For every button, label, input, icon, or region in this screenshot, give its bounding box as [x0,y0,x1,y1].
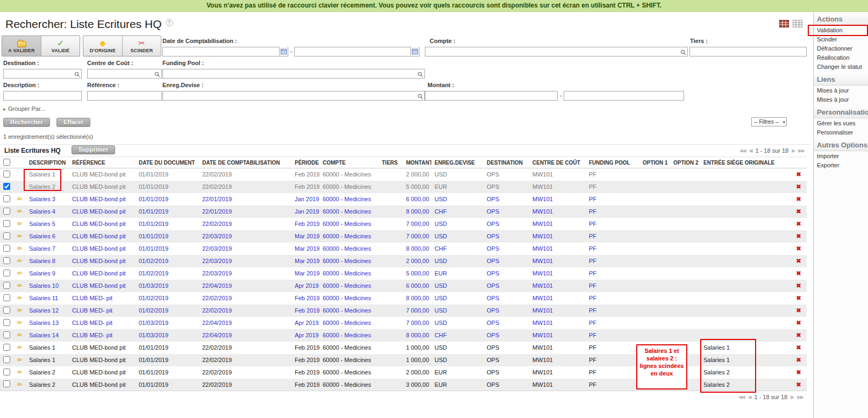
cell-destination[interactable]: OPS [483,317,529,329]
col-header-centre-cout[interactable]: CENTRE DE COÛT [529,157,586,168]
cell-tiers[interactable] [379,280,403,292]
row-checkbox[interactable] [3,369,10,376]
cell-montant[interactable]: 7 000,00 [403,304,431,317]
cell-date-compta[interactable]: 22/04/2019 [199,280,291,292]
cell-description[interactable]: Salaries 8 [26,255,69,267]
cell-tiers[interactable] [379,267,403,280]
cell-montant[interactable]: 7 000,00 [403,317,431,329]
row-checkbox[interactable] [3,195,10,202]
cell-reference[interactable]: CLUB MED- pit [69,329,136,342]
cell-option2[interactable] [670,243,700,255]
delete-row-icon[interactable]: ✖ [796,183,801,190]
cell-periode[interactable]: Feb 2019 [291,304,319,317]
row-checkbox[interactable] [3,307,10,314]
cell-tiers[interactable] [379,329,403,342]
cell-tiers[interactable] [379,230,403,243]
cell-date-compta[interactable]: 22/01/2019 [199,193,291,206]
cell-date-compta[interactable]: 22/03/2019 [199,243,291,255]
cell-option1[interactable] [639,329,670,342]
cell-centre-cout[interactable]: MW101 [529,304,586,317]
cell-periode[interactable]: Jan 2019 [291,193,319,206]
row-checkbox[interactable] [3,257,10,264]
cell-option2[interactable] [670,255,700,267]
delete-row-icon[interactable]: ✖ [796,257,801,265]
cell-funding-pool[interactable]: PF [586,280,639,292]
cell-compte[interactable]: 60000 - Medicines [319,329,379,342]
cell-description[interactable]: Salaries 7 [26,243,69,255]
cell-date-compta[interactable]: 22/01/2019 [199,206,291,218]
cell-option1[interactable] [639,230,670,243]
cell-entree-siege[interactable] [700,280,787,292]
sidebar-item-exporter[interactable]: Exporter [814,160,868,169]
delete-row-icon[interactable]: ✖ [796,294,801,302]
date-compta-from-input[interactable] [162,47,288,56]
list-view-icon[interactable] [779,20,789,27]
cell-date-doc[interactable]: 01/01/2019 [136,206,199,218]
delete-row-icon[interactable]: ✖ [796,344,801,351]
delete-row-icon[interactable]: ✖ [796,171,801,178]
col-header-tiers[interactable]: TIERS [379,157,403,168]
cell-reference[interactable]: CLUB MED- pit [69,317,136,329]
cell-option1[interactable] [639,243,670,255]
row-checkbox[interactable] [3,319,10,326]
cell-funding-pool[interactable]: PF [586,267,639,280]
cell-devise[interactable]: USD [431,193,483,206]
edit-pencil-icon[interactable]: ✏ [17,257,23,265]
cell-description[interactable]: Salaries 5 [26,218,69,230]
cell-description[interactable]: Salaries 4 [26,206,69,218]
cell-description[interactable]: Salaries 10 [26,280,69,292]
cell-devise[interactable]: USD [431,280,483,292]
row-checkbox[interactable] [3,245,10,252]
row-checkbox[interactable] [3,183,10,190]
row-checkbox[interactable] [3,356,10,363]
cell-devise[interactable]: USD [431,292,483,304]
cell-date-compta[interactable]: 22/04/2019 [199,317,291,329]
cell-date-doc[interactable]: 01/01/2019 [136,218,199,230]
rechercher-button[interactable]: Rechercher [3,118,50,127]
supprimer-button[interactable]: Supprimer [72,145,115,154]
cell-centre-cout[interactable]: MW101 [529,255,586,267]
delete-row-icon[interactable]: ✖ [796,307,801,314]
cell-centre-cout[interactable]: MW101 [529,329,586,342]
cell-devise[interactable]: USD [431,218,483,230]
next-page-icon[interactable]: ▶ [791,394,794,400]
cell-tiers[interactable] [379,243,403,255]
cell-entree-siege[interactable] [700,230,787,243]
edit-pencil-icon[interactable]: ✏ [17,220,23,228]
cell-date-compta[interactable]: 22/03/2019 [199,267,291,280]
cell-compte[interactable]: 60000 - Medicines [319,317,379,329]
cell-entree-siege[interactable] [700,243,787,255]
cell-periode[interactable]: Apr 2019 [291,329,319,342]
cell-tiers[interactable] [379,304,403,317]
cell-option2[interactable] [670,317,700,329]
col-header-date-compta[interactable]: DATE DE COMPTABILISATION [199,157,291,168]
cell-option2[interactable] [670,292,700,304]
row-checkbox[interactable] [3,270,10,277]
cell-funding-pool[interactable]: PF [586,218,639,230]
cell-tiers[interactable] [379,317,403,329]
cell-option1[interactable] [639,267,670,280]
edit-pencil-icon[interactable]: ✏ [17,356,23,364]
edit-pencil-icon[interactable]: ✏ [17,195,23,203]
cell-destination[interactable]: OPS [483,193,529,206]
cell-compte[interactable]: 60000 - Medicines [319,230,379,243]
cell-date-compta[interactable]: 22/02/2019 [199,304,291,317]
row-checkbox[interactable] [3,220,10,227]
cell-periode[interactable]: Mar 2019 [291,255,319,267]
cell-entree-siege[interactable] [700,267,787,280]
cell-reference[interactable]: CLUB MED-bond pit [69,243,136,255]
delete-row-icon[interactable]: ✖ [796,319,801,327]
cell-funding-pool[interactable]: PF [586,243,639,255]
cell-date-doc[interactable]: 01/02/2019 [136,292,199,304]
date-compta-to-input[interactable] [294,47,419,56]
cell-compte[interactable]: 60000 - Medicines [319,218,379,230]
cell-option2[interactable] [670,218,700,230]
first-page-icon[interactable]: ◀◀ [739,148,746,153]
select-all-checkbox[interactable] [3,159,10,166]
cell-devise[interactable]: CHF [431,206,483,218]
cell-periode[interactable]: Apr 2019 [291,280,319,292]
sidebar-item-mises-a-jour[interactable]: Mises à jour [814,86,868,95]
cell-montant[interactable]: 5 000,00 [403,267,431,280]
cell-devise[interactable]: CHF [431,329,483,342]
col-header-entree-siege[interactable]: ENTRÉE SIÈGE ORIGINALE [700,157,787,168]
